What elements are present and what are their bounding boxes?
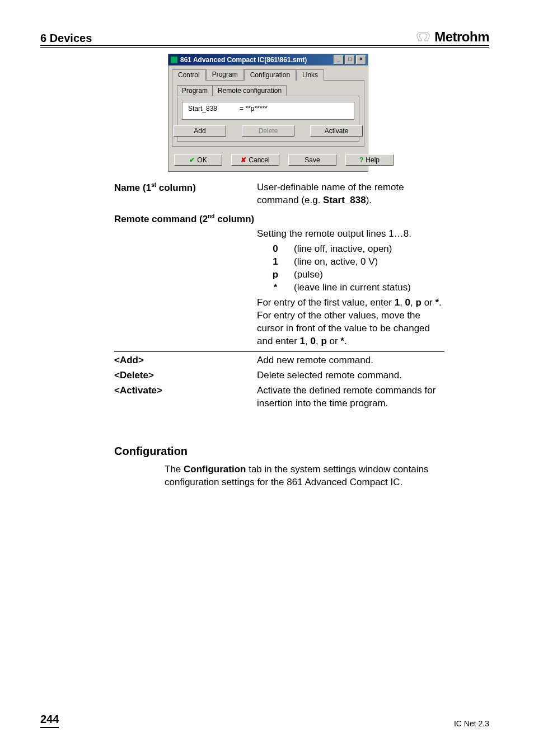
footer-product: IC Net 2.3 [454,719,489,728]
code-sym: p [257,269,294,281]
header-rule [40,45,489,46]
titlebar: 861 Advanced Compact IC(861\861.smt) _ □… [168,54,368,65]
cancel-label: Cancel [249,156,269,164]
code-desc: (pulse) [294,269,444,281]
inner-panel: Start_838 = **p***** Add Delete Activate [177,96,359,142]
add-button[interactable]: Add [174,125,226,137]
remote-entry-first: For entry of the first value, enter 1, 0… [257,297,444,309]
tab-control[interactable]: Control [172,69,206,81]
code-sym: 0 [257,243,294,256]
minimize-button[interactable]: _ [334,55,344,64]
check-icon: ✔ [189,156,195,164]
tabs: Control Program Configuration Links [168,65,368,80]
maximize-button[interactable]: □ [345,55,355,64]
code-row-1: 1 (line on, active, 0 V) [257,256,444,269]
svg-rect-0 [171,57,177,63]
tab-configuration[interactable]: Configuration [244,69,296,81]
code-desc: (line off, inactive, open) [294,243,444,256]
brand-logo: Metrohm [415,29,489,45]
term-name: Name (1st column) [114,181,257,207]
code-row-0: 0 (line off, inactive, open) [257,243,444,256]
section-header: 6 Devices [40,32,92,45]
ok-label: OK [197,156,207,164]
tab-program[interactable]: Program [206,69,244,80]
window-title: 861 Advanced Compact IC(861\861.smt) [180,56,307,64]
body-name: User-definable name of the remote comman… [257,181,444,207]
remote-entry-other: For entry of the other values, move the … [257,309,444,348]
code-sym: 1 [257,256,294,269]
brand-text: Metrohm [434,29,489,45]
ok-button[interactable]: ✔OK [174,154,222,166]
save-button[interactable]: Save [288,154,336,166]
close-button[interactable]: × [356,55,366,64]
term-remote: Remote command (2nd column) [114,213,257,226]
body-remote: Setting the remote output lines 1…8. 0 (… [257,228,444,348]
configuration-heading: Configuration [114,444,444,459]
code-row-p: p (pulse) [257,269,444,281]
tab-panel: Program Remote configuration Start_838 =… [172,80,364,147]
tab-links[interactable]: Links [296,69,324,81]
term-add: <Add> [114,354,257,367]
metrohm-omega-icon [415,31,431,43]
term-activate: <Activate> [114,384,257,410]
code-sym: * [257,281,294,294]
remote-intro: Setting the remote output lines 1…8. [257,228,444,241]
body-delete: Delete selected remote command. [257,369,444,382]
code-desc: (leave line in current status) [294,281,444,294]
configuration-body: The Configuration tab in the system sett… [165,463,444,489]
question-icon: ? [359,156,363,164]
list-col-command: = **p***** [240,105,268,112]
help-label: Help [366,156,380,164]
x-icon: ✘ [241,156,246,164]
delete-button[interactable]: Delete [242,125,294,137]
program-list-row[interactable]: Start_838 = **p***** [182,102,354,120]
help-button[interactable]: ?Help [345,154,394,166]
header-rule-thin [40,47,489,48]
body-activate: Activate the defined remote commands for… [257,384,444,410]
dialog-screenshot: 861 Advanced Compact IC(861\861.smt) _ □… [168,54,368,172]
page-number: 244 [40,713,59,728]
body-add: Add new remote command. [257,354,444,367]
cancel-button[interactable]: ✘Cancel [231,154,279,166]
inner-tab-program[interactable]: Program [177,85,213,96]
code-row-star: * (leave line in current status) [257,281,444,294]
separator [114,351,444,352]
list-col-name: Start_838 [188,105,217,112]
term-delete: <Delete> [114,369,257,382]
app-icon [170,56,178,64]
inner-tab-remote-config[interactable]: Remote configuration [213,85,287,96]
code-desc: (line on, active, 0 V) [294,256,444,269]
activate-button[interactable]: Activate [310,125,363,137]
